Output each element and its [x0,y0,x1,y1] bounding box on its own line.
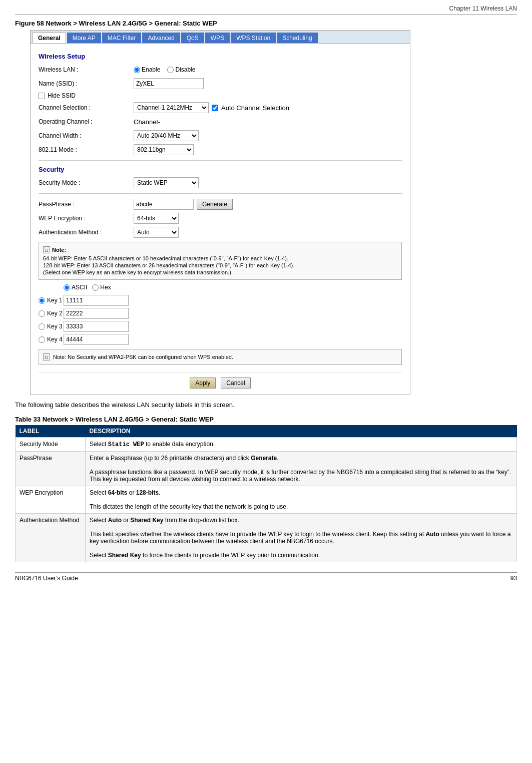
wireless-lan-disable-label: Disable [175,66,195,73]
mode-label: 802.11 Mode : [39,146,134,153]
divider-2 [39,193,402,194]
hide-ssid-label: Hide SSID [48,92,76,99]
tab-wps-station[interactable]: WPS Station [231,33,276,43]
name-ssid-input[interactable] [134,78,204,89]
hide-ssid-checkbox[interactable] [39,93,45,99]
key-2-input[interactable] [64,308,129,319]
body-text: The following table describes the wirele… [15,401,517,409]
operating-channel-row: Operating Channel : Channel- [39,116,402,127]
auto-channel-checkbox[interactable] [212,105,218,111]
auth-cell-desc: Select Auto or Shared Key from the drop-… [86,514,517,562]
channel-selection-label: Channel Selection : [39,104,134,111]
generate-button[interactable]: Generate [197,199,233,210]
security-mode-control: Static WEP [134,177,402,188]
security-header: Security [39,166,402,173]
static-wep-bold: Static WEP [108,441,144,448]
auto-channel-label: Auto Channel Selection [221,104,289,112]
col-description-header: DESCRIPTION [86,425,517,438]
passphrase-cell-label: PassPhrase [16,452,86,486]
passphrase-input[interactable] [134,199,194,210]
wireless-lan-disable-radio[interactable]: Disable [167,66,195,73]
tab-qos[interactable]: QoS [181,33,204,43]
chapter-header: Chapter 11 Wireless LAN [15,5,517,15]
shared-key-bold-2: Shared Key [108,552,141,559]
key-1-radio[interactable] [39,297,45,304]
ascii-radio[interactable] [64,284,70,291]
operating-channel-control: Channel- [134,118,402,126]
128bits-bold: 128-bits [136,489,159,496]
key-2-radio[interactable] [39,310,45,317]
note-icon-2: □ [43,353,50,360]
tab-advanced[interactable]: Advanced [142,33,180,43]
note-1-line-2: 128-bit WEP: Enter 13 ASCII characters o… [43,262,397,268]
channel-selection-select[interactable]: Channel-1 2412MHz [134,102,209,113]
key-4-input[interactable] [64,334,129,345]
auth-method-select[interactable]: Auto [134,227,179,238]
auth-cell-label: Authentication Method [16,514,86,562]
wireless-lan-enable-radio[interactable]: Enable [134,66,160,73]
hex-radio-label[interactable]: Hex [92,284,111,291]
tab-scheduling[interactable]: Scheduling [277,33,317,43]
security-mode-cell-desc: Select Static WEP to enable data encrypt… [86,438,517,452]
wireless-lan-disable-input[interactable] [167,67,174,73]
passphrase-desc-p1: Enter a Passphrase (up to 26 printable c… [90,455,512,462]
note-1-title: □ Note: [43,246,397,253]
apply-button[interactable]: Apply [190,377,216,389]
page-footer: NBG6716 User’s Guide 93 [15,572,517,582]
description-table: LABEL DESCRIPTION Security Mode Select S… [15,425,517,562]
operating-channel-value: Channel- [134,118,160,126]
auth-method-row: Authentication Method : Auto [39,227,402,238]
passphrase-row: PassPhrase : Generate [39,199,402,210]
wireless-lan-enable-input[interactable] [134,67,140,73]
generate-bold: Generate [251,455,277,462]
tab-wps[interactable]: WPS [205,33,230,43]
auto-bold-2: Auto [425,531,439,538]
hide-ssid-row: Hide SSID [39,92,402,99]
col-label-header: LABEL [16,425,86,438]
auth-method-label: Authentication Method : [39,229,134,236]
key-4-radio[interactable] [39,336,45,343]
note-box-2: □ Note: No Security and WPA2-PSK can be … [39,349,402,365]
cancel-button[interactable]: Cancel [221,377,250,389]
channel-width-select[interactable]: Auto 20/40 MHz [134,130,199,141]
mode-select[interactable]: 802.11bgn [134,144,194,155]
mode-control: 802.11bgn [134,144,402,155]
key-1-label: Key 1 [39,297,64,304]
wireless-lan-radio-group: Enable Disable [134,66,195,73]
tab-general[interactable]: General [33,33,66,43]
key-1-row: Key 1 [39,295,402,306]
key-1-text: Key 1 [47,297,63,304]
wep-enc-cell-label: WEP Encryption [16,486,86,514]
key-1-input[interactable] [64,295,129,306]
key-section: Key 1 Key 2 Key 3 [39,295,402,345]
mode-row: 802.11 Mode : 802.11bgn [39,144,402,155]
wep-encryption-select[interactable]: 64-bits [134,213,179,224]
ascii-radio-label[interactable]: ASCII [64,284,87,291]
key-3-input[interactable] [64,321,129,332]
note-2-text: Note: No Security and WPA2-PSK can be co… [53,354,233,360]
operating-channel-label: Operating Channel : [39,118,134,125]
wep-enc-desc-p2: This dictates the length of the security… [90,503,512,510]
64bits-bold: 64-bits [108,489,128,496]
security-mode-cell-label: Security Mode [16,438,86,452]
key-2-text: Key 2 [47,310,63,317]
key-4-row: Key 4 [39,334,402,345]
tab-more-ap[interactable]: More AP [67,33,101,43]
passphrase-label: PassPhrase : [39,201,134,208]
auth-method-control: Auto [134,227,402,238]
router-ui-screenshot: General More AP MAC Filter Advanced QoS … [30,30,410,395]
shared-key-bold: Shared Key [130,517,163,524]
tab-mac-filter[interactable]: MAC Filter [102,33,142,43]
key-3-radio[interactable] [39,323,45,330]
key-2-row: Key 2 [39,308,402,319]
router-content: Wireless Setup Wireless LAN : Enable Dis… [31,44,410,395]
security-mode-select[interactable]: Static WEP [134,177,199,188]
ascii-hex-row: ASCII Hex [64,284,402,291]
note-1-line-1: 64-bit WEP: Enter 5 ASCII characters or … [43,255,397,261]
table-row: WEP Encryption Select 64-bits or 128-bit… [16,486,517,514]
name-ssid-row: Name (SSID) : [39,78,402,89]
wep-encryption-control: 64-bits [134,213,402,224]
table-row: Security Mode Select Static WEP to enabl… [16,438,517,452]
hex-radio[interactable] [92,284,99,291]
key-3-row: Key 3 [39,321,402,332]
